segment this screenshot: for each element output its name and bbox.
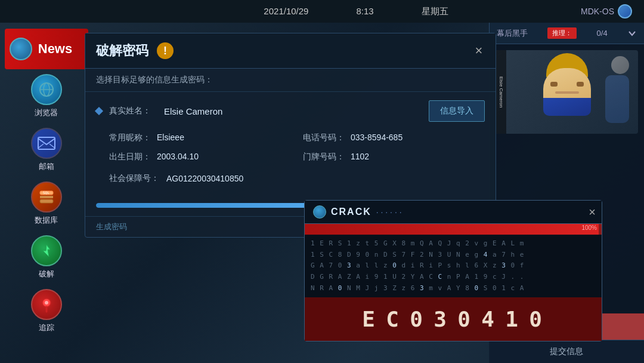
door-label: 门牌号码： bbox=[303, 152, 345, 162]
right-panel-header: 幕后黑手 推理： 0/4 bbox=[490, 23, 644, 44]
nickname-value: Elsieee bbox=[157, 133, 184, 143]
ss-label: 社会保障号： bbox=[109, 173, 159, 184]
mdk-circle-icon bbox=[618, 4, 632, 19]
second-character bbox=[605, 56, 635, 128]
status-day: 星期五 bbox=[422, 6, 448, 17]
ss-value: AG01220030410850 bbox=[166, 174, 243, 183]
crack-globe-icon bbox=[313, 205, 326, 219]
svg-line-5 bbox=[49, 144, 55, 148]
svg-rect-7 bbox=[40, 196, 53, 198]
sidebar: News 浏览器 邮箱 bbox=[0, 23, 92, 363]
real-name-row: 真实姓名： Elsie Cameron 信息导入 bbox=[96, 100, 485, 122]
dialog-title: 破解密码 bbox=[96, 42, 148, 60]
svg-rect-8 bbox=[40, 199, 53, 203]
news-globe-icon bbox=[10, 38, 32, 60]
crack-result-text: EC030410 bbox=[358, 307, 549, 331]
nickname-cell: 常用昵称： Elsieee bbox=[109, 133, 291, 143]
mdk-logo: MDK-OS bbox=[581, 4, 632, 19]
import-button[interactable]: 信息导入 bbox=[429, 100, 485, 122]
real-name-label: 真实姓名： bbox=[109, 106, 157, 116]
svg-line-4 bbox=[38, 144, 44, 148]
suspect-card: Elsie Cameron bbox=[490, 44, 644, 140]
news-label: News bbox=[38, 41, 72, 57]
mail-icon bbox=[31, 128, 62, 159]
diamond-icon bbox=[95, 107, 103, 115]
mdk-text: MDK-OS bbox=[581, 7, 614, 16]
right-panel-title: 幕后黑手 bbox=[497, 28, 528, 39]
phone-label: 电话号码： bbox=[303, 133, 345, 143]
sidebar-item-trace[interactable]: 追踪 bbox=[31, 289, 62, 333]
db-svg: SQL bbox=[38, 189, 55, 205]
crack-icon bbox=[31, 235, 62, 266]
real-name-value: Elsie Cameron bbox=[164, 106, 422, 116]
dialog-subtitle: 选择目标足够的信息生成密码： bbox=[85, 69, 496, 92]
crack-dots: · · · · · · bbox=[376, 207, 402, 217]
svg-rect-3 bbox=[38, 137, 55, 149]
sidebar-item-browser[interactable]: 浏览器 bbox=[31, 74, 62, 118]
birthday-value: 2003.04.10 bbox=[157, 152, 199, 162]
ss-row: 社会保障号： AG01220030410850 bbox=[96, 173, 485, 184]
database-icon: SQL bbox=[31, 182, 62, 213]
trace-label: 追踪 bbox=[39, 322, 54, 333]
status-bar: 2021/10/29 8:13 星期五 MDK-OS bbox=[0, 0, 644, 23]
crack-progress-fill bbox=[305, 224, 599, 235]
birthday-label: 出生日期： bbox=[109, 152, 151, 162]
crack-close-button[interactable]: × bbox=[589, 205, 596, 219]
progress-bar-fill bbox=[96, 203, 329, 208]
mail-label: 邮箱 bbox=[39, 161, 54, 172]
crack-panel-title: CRACK bbox=[331, 207, 371, 217]
crack-progress-text: 100% bbox=[581, 224, 597, 231]
browser-svg bbox=[38, 81, 55, 98]
sidebar-item-database[interactable]: SQL 数据库 bbox=[31, 182, 62, 226]
phone-value: 033-8594-685 bbox=[351, 133, 402, 143]
browser-label: 浏览器 bbox=[35, 107, 58, 118]
sidebar-item-mail[interactable]: 邮箱 bbox=[31, 128, 62, 172]
submit-button[interactable]: 提交信息 bbox=[489, 340, 644, 363]
status-time: 8:13 bbox=[356, 6, 373, 17]
birthday-cell: 出生日期： 2003.04.10 bbox=[109, 152, 291, 162]
browser-icon bbox=[31, 74, 62, 105]
mail-svg bbox=[38, 137, 55, 150]
crack-svg bbox=[38, 242, 55, 259]
door-cell: 门牌号码： 1102 bbox=[303, 152, 485, 162]
crack-label: 破解 bbox=[39, 269, 54, 279]
info-grid: 常用昵称： Elsieee 电话号码： 033-8594-685 出生日期： 2… bbox=[96, 133, 485, 162]
sidebar-item-crack[interactable]: 破解 bbox=[31, 235, 62, 279]
phone-cell: 电话号码： 033-8594-685 bbox=[303, 133, 485, 143]
status-date: 2021/10/29 bbox=[264, 6, 308, 17]
trace-svg bbox=[38, 296, 55, 313]
right-panel-action[interactable]: 推理： bbox=[547, 27, 577, 39]
trace-icon bbox=[31, 289, 62, 320]
news-banner[interactable]: News bbox=[5, 29, 88, 69]
crack-panel: CRACK · · · · · · × 100% 1 E R S 1 z t 5… bbox=[304, 200, 602, 342]
crack-progress-bar: 100% bbox=[305, 224, 602, 235]
status-center: 2021/10/29 8:13 星期五 bbox=[264, 6, 448, 17]
warning-icon: ! bbox=[157, 42, 174, 59]
door-value: 1102 bbox=[351, 152, 369, 162]
crack-matrix: 1 E R S 1 z t 5 G X 8 m Q A Q J q 2 v g … bbox=[305, 235, 602, 297]
suspect-image: Elsie Cameron bbox=[496, 50, 638, 134]
crack-panel-header: CRACK · · · · · · × bbox=[305, 201, 602, 224]
nickname-label: 常用昵称： bbox=[109, 133, 151, 143]
suspect-avatar bbox=[543, 53, 591, 131]
crack-result: EC030410 bbox=[305, 297, 602, 341]
dialog-body: 真实姓名： Elsie Cameron 信息导入 常用昵称： Elsieee 电… bbox=[85, 92, 496, 203]
svg-text:SQL: SQL bbox=[43, 190, 49, 195]
dialog-close-button[interactable]: × bbox=[470, 42, 487, 59]
right-panel-count: 0/4 bbox=[597, 29, 608, 38]
suspect-name-tag: Elsie Cameron bbox=[496, 50, 506, 134]
database-label: 数据库 bbox=[35, 215, 58, 226]
svg-point-11 bbox=[45, 301, 48, 304]
dialog-header: 破解密码 ! × bbox=[85, 33, 496, 69]
chevron-down-icon[interactable] bbox=[627, 29, 637, 38]
